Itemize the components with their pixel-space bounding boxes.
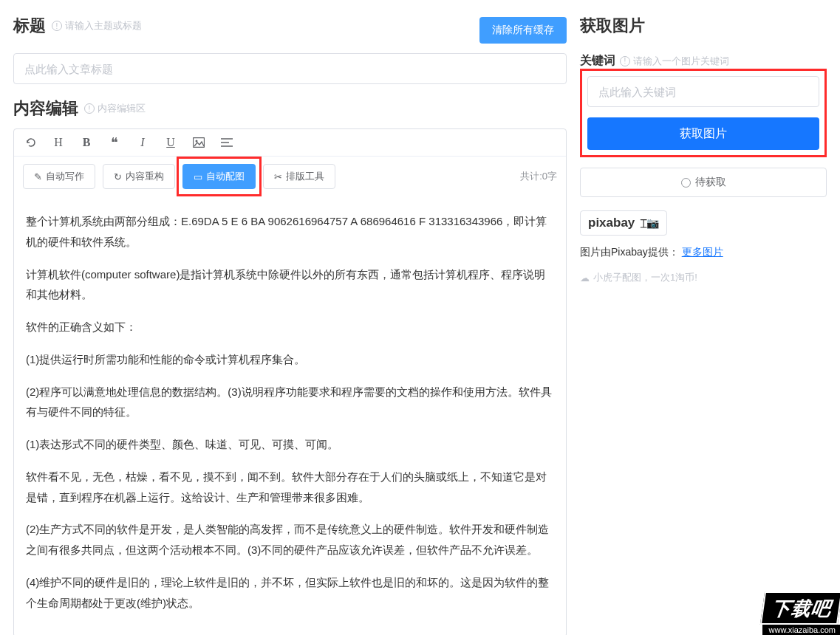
title-header: 标题 ! 请输入主题或标题 清除所有缓存 bbox=[13, 15, 567, 46]
refresh-icon: ↻ bbox=[114, 171, 122, 182]
format-toolbar: H B ❝ I U bbox=[14, 129, 566, 157]
image-icon[interactable] bbox=[191, 135, 206, 150]
italic-icon[interactable]: I bbox=[135, 135, 150, 150]
paragraph: (4)维护不同的硬件是旧的，理论上软件是旧的，并不坏，但实际上软件也是旧的和坏的… bbox=[26, 572, 554, 614]
content-label: 内容编辑 bbox=[13, 97, 78, 120]
watermark: 下载吧 www.xiazaiba.com bbox=[762, 591, 840, 635]
image-small-icon: ▭ bbox=[194, 171, 202, 182]
restructure-button[interactable]: ↻ 内容重构 bbox=[103, 164, 175, 189]
layout-icon: ✂ bbox=[274, 171, 282, 182]
cloud-icon: ☁ bbox=[580, 272, 590, 284]
paragraph: 软件看不见，无色，枯燥，看不见，摸不到，闻不到。软件大部分存在于人们的头脑或纸上… bbox=[26, 467, 554, 508]
layout-button[interactable]: ✂ 排版工具 bbox=[263, 164, 335, 189]
camera-icon: ⌶📷 bbox=[638, 217, 659, 229]
title-label: 标题 bbox=[13, 15, 46, 37]
auto-image-button[interactable]: ▭ 自动配图 bbox=[182, 164, 256, 189]
fetch-image-title: 获取图片 bbox=[580, 15, 645, 37]
bold-icon[interactable]: B bbox=[79, 135, 94, 150]
editor-container: H B ❝ I U ✎ 自动写作 ↻ 内容重构 ▭ bbox=[13, 128, 567, 635]
fetch-image-button[interactable]: 获取图片 bbox=[587, 117, 819, 150]
keyword-hint: 请输入一个图片关键词 bbox=[633, 55, 729, 68]
info-icon: ! bbox=[52, 21, 62, 31]
more-images-link[interactable]: 更多图片 bbox=[682, 246, 723, 258]
info-icon: ! bbox=[84, 103, 95, 114]
info-icon: ! bbox=[620, 56, 630, 66]
undo-icon[interactable] bbox=[23, 135, 38, 150]
char-count: 共计:0字 bbox=[520, 170, 557, 183]
content-area[interactable]: 整个计算机系统由两部分组成：E.69DA 5 E 6 BA 9062616964… bbox=[14, 196, 566, 635]
pixabay-badge: pixabay ⌶📷 bbox=[580, 210, 667, 236]
keyword-input[interactable] bbox=[587, 76, 819, 107]
heading-icon[interactable]: H bbox=[51, 135, 66, 150]
pending-status-button[interactable]: 待获取 bbox=[580, 168, 827, 197]
quote-icon[interactable]: ❝ bbox=[107, 135, 122, 150]
paragraph: (1)提供运行时所需功能和性能的命令或计算机程序集合。 bbox=[26, 349, 554, 370]
keyword-label: 关键词 bbox=[580, 53, 615, 69]
underline-icon[interactable]: U bbox=[163, 135, 178, 150]
paragraph: 整个计算机系统由两部分组成：E.69DA 5 E 6 BA 9062616964… bbox=[26, 211, 554, 253]
paragraph: 计算机软件(computer software)是指计算机系统中除硬件以外的所有… bbox=[26, 264, 554, 306]
title-input[interactable] bbox=[13, 53, 567, 84]
paragraph: 软件的正确含义如下： bbox=[26, 317, 554, 337]
align-icon[interactable] bbox=[219, 135, 234, 150]
paragraph: (1)表达形式不同的硬件类型、颜色、味道、可见、可摸、可闻。 bbox=[26, 434, 554, 455]
circle-icon bbox=[681, 178, 691, 188]
pencil-icon: ✎ bbox=[34, 171, 42, 182]
auto-write-button[interactable]: ✎ 自动写作 bbox=[23, 164, 95, 189]
credit-line: 图片由Pixabay提供： 更多图片 bbox=[580, 246, 827, 259]
clear-cache-button[interactable]: 清除所有缓存 bbox=[479, 17, 567, 44]
svg-point-1 bbox=[196, 140, 198, 143]
tip-line: ☁ 小虎子配图，一次1淘币! bbox=[580, 271, 827, 284]
content-hint: 内容编辑区 bbox=[98, 102, 146, 115]
title-hint: 请输入主题或标题 bbox=[65, 19, 142, 32]
paragraph: (2)程序可以满意地处理信息的数据结构。(3)说明程序功能要求和程序需要的文档的… bbox=[26, 382, 554, 423]
paragraph: (2)生产方式不同的软件是开发，是人类智能的高发挥，而不是传统意义上的硬件制造。… bbox=[26, 519, 554, 560]
